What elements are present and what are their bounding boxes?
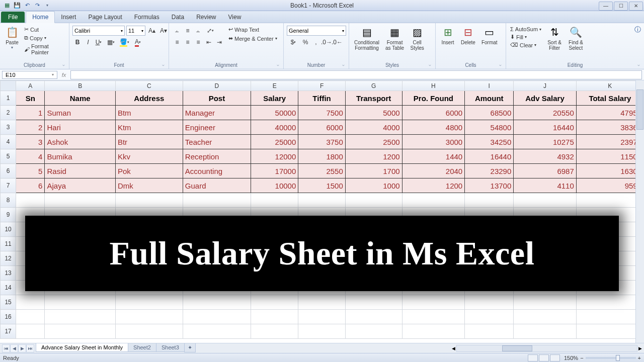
col-header-J[interactable]: J	[514, 81, 576, 91]
merge-center-button[interactable]: ⬌Merge & Center▾	[227, 35, 278, 42]
cell-B3[interactable]: Hari	[45, 120, 115, 135]
cell-C15[interactable]	[115, 295, 183, 310]
row-header-2[interactable]: 2	[1, 106, 16, 120]
tab-home[interactable]: Home	[26, 11, 55, 23]
comma-button[interactable]: ,	[311, 37, 321, 47]
cell-D5[interactable]: Reception	[183, 149, 251, 164]
cell-H17[interactable]	[402, 324, 465, 339]
cell-A3[interactable]: 2	[16, 120, 45, 135]
scroll-thumb[interactable]	[636, 89, 643, 130]
cell-I1[interactable]: Amount	[465, 91, 514, 106]
cell-E7[interactable]: 10000	[251, 178, 298, 193]
cell-B15[interactable]	[45, 295, 115, 310]
grow-font-button[interactable]: A▴	[147, 26, 157, 36]
row-header-14[interactable]: 14	[1, 281, 16, 295]
bold-button[interactable]: B	[72, 37, 83, 47]
row-header-17[interactable]: 17	[1, 324, 16, 339]
col-header-K[interactable]: K	[576, 81, 643, 91]
cell-D17[interactable]	[183, 324, 251, 339]
clear-button[interactable]: ⌫Clear▾	[509, 41, 542, 49]
cell-C17[interactable]	[115, 324, 183, 339]
cell-H3[interactable]: 4800	[402, 120, 465, 135]
sheet-tab[interactable]: Sheet3	[156, 343, 185, 352]
fill-color-button[interactable]: 🪣▾	[118, 37, 131, 47]
last-sheet-button[interactable]: ⏭	[26, 344, 34, 352]
cell-I7[interactable]: 13700	[465, 178, 514, 193]
shrink-font-button[interactable]: A▾	[158, 26, 169, 36]
tab-review[interactable]: Review	[190, 12, 222, 23]
currency-button[interactable]: $▾	[287, 37, 300, 47]
cell-C1[interactable]: Address	[115, 91, 183, 106]
cell-K17[interactable]	[576, 324, 643, 339]
cell-J1[interactable]: Adv Salary	[514, 91, 576, 106]
cell-D15[interactable]	[183, 295, 251, 310]
cell-H16[interactable]	[402, 310, 465, 324]
align-left-button[interactable]: ≡	[172, 37, 182, 47]
cell-D4[interactable]: Teacher	[183, 135, 251, 149]
row-header-13[interactable]: 13	[1, 266, 16, 281]
cell-G3[interactable]: 4000	[345, 120, 402, 135]
cell-J17[interactable]	[514, 324, 576, 339]
cell-A5[interactable]: 4	[16, 149, 45, 164]
increase-indent-button[interactable]: ⇥	[214, 37, 224, 47]
percent-button[interactable]: %	[300, 37, 310, 47]
cell-H5[interactable]: 1440	[402, 149, 465, 164]
tab-page-layout[interactable]: Page Layout	[82, 12, 128, 23]
cell-B5[interactable]: Bumika	[45, 149, 115, 164]
undo-icon[interactable]: ↶	[23, 2, 31, 10]
fx-icon[interactable]: fx	[59, 72, 68, 78]
cell-D16[interactable]	[183, 310, 251, 324]
cell-E15[interactable]	[251, 295, 298, 310]
underline-button[interactable]: U▾	[94, 37, 104, 47]
row-header-9[interactable]: 9	[1, 208, 16, 222]
row-header-10[interactable]: 10	[1, 222, 16, 237]
name-box[interactable]: E10▾	[2, 71, 57, 79]
cell-G15[interactable]	[345, 295, 402, 310]
cell-J6[interactable]: 6987	[514, 164, 576, 178]
first-sheet-button[interactable]: ⏮	[2, 344, 10, 352]
cell-K16[interactable]	[576, 310, 643, 324]
copy-button[interactable]: ⧉Copy▾	[23, 34, 66, 42]
col-header-H[interactable]: H	[402, 81, 465, 91]
tab-view[interactable]: View	[222, 12, 248, 23]
format-painter-button[interactable]: 🖌Format Painter	[23, 43, 66, 56]
row-header-12[interactable]: 12	[1, 251, 16, 266]
scroll-left-button[interactable]: ◀	[452, 346, 455, 351]
cell-E8[interactable]	[251, 193, 298, 208]
horizontal-scrollbar[interactable]	[456, 345, 637, 352]
cell-K1[interactable]: Total Salary	[576, 91, 643, 106]
cell-G8[interactable]	[345, 193, 402, 208]
zoom-out-button[interactable]: −	[580, 355, 583, 361]
cell-C6[interactable]: Pok	[115, 164, 183, 178]
page-layout-view-button[interactable]	[539, 354, 549, 361]
normal-view-button[interactable]	[528, 354, 538, 361]
border-button[interactable]: ▦▾	[104, 37, 117, 47]
help-icon[interactable]: ⓘ	[634, 25, 641, 34]
fill-button[interactable]: ⬇Fill▾	[509, 33, 542, 41]
sheet-tab-active[interactable]: Advance Salary Sheet in Monthly	[36, 343, 128, 352]
formula-input[interactable]	[70, 70, 642, 79]
cell-A6[interactable]: 5	[16, 164, 45, 178]
autosum-button[interactable]: ΣAutoSum▾	[509, 26, 542, 33]
cell-B17[interactable]	[45, 324, 115, 339]
cell-G7[interactable]: 1000	[345, 178, 402, 193]
cell-B6[interactable]: Rasid	[45, 164, 115, 178]
cell-J8[interactable]	[514, 193, 576, 208]
zoom-in-button[interactable]: +	[638, 355, 641, 361]
cell-A8[interactable]	[16, 193, 45, 208]
cell-B1[interactable]: Name	[45, 91, 115, 106]
cell-A2[interactable]: 1	[16, 106, 45, 120]
cell-D2[interactable]: Manager	[183, 106, 251, 120]
cell-I17[interactable]	[465, 324, 514, 339]
cell-E17[interactable]	[251, 324, 298, 339]
decrease-indent-button[interactable]: ⇤	[204, 37, 214, 47]
font-size-select[interactable]: 11▾	[126, 26, 145, 36]
cell-K4[interactable]: 23975	[576, 135, 643, 149]
col-header-E[interactable]: E	[251, 81, 298, 91]
cell-J4[interactable]: 10275	[514, 135, 576, 149]
cell-H1[interactable]: Pro. Found	[402, 91, 465, 106]
align-right-button[interactable]: ≡	[193, 37, 203, 47]
italic-button[interactable]: I	[83, 37, 93, 47]
cell-H7[interactable]: 1200	[402, 178, 465, 193]
number-format-select[interactable]: General▾	[287, 26, 346, 36]
